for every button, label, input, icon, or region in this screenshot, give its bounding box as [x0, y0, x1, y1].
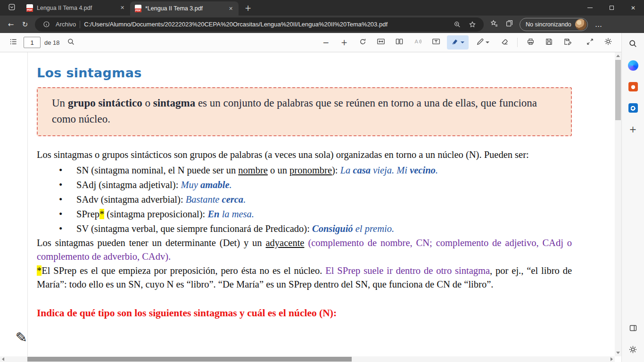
pdf-file-icon: PDF — [135, 5, 141, 12]
office-icon — [628, 82, 638, 91]
rotate-icon — [359, 38, 367, 48]
list-item-sprep: SPrep* (sintagma preposicional): En la m… — [37, 207, 572, 222]
page-view-button[interactable] — [392, 35, 407, 49]
url-field[interactable]: Archivo C:/Users/Alumno/Documents/202220… — [35, 17, 484, 32]
close-icon[interactable]: ✕ — [227, 5, 235, 13]
read-aloud-button[interactable]: A — [410, 35, 425, 49]
toc-button[interactable] — [6, 35, 21, 49]
new-tab-button[interactable]: + — [241, 1, 255, 15]
save-button[interactable] — [541, 35, 556, 49]
scroll-right-icon[interactable] — [611, 357, 613, 361]
window-controls: ✕ — [579, 0, 644, 16]
definition-box: Un grupo sintáctico o sintagma es un con… — [37, 87, 572, 136]
zoom-in-button[interactable]: + — [337, 35, 352, 49]
minimize-button[interactable] — [579, 0, 601, 16]
draw-pen-button[interactable] — [472, 35, 494, 49]
close-window-button[interactable]: ✕ — [622, 0, 644, 16]
intro-paragraph: Los sintagmas o grupos sintácticos son g… — [37, 148, 572, 162]
zoom-in-icon: + — [341, 38, 347, 47]
pdf-tools-group: − + — [318, 35, 575, 49]
svg-text:A: A — [415, 39, 419, 44]
save-as-button[interactable] — [560, 35, 575, 49]
sidebar-panel-button[interactable] — [625, 321, 641, 337]
eraser-icon — [501, 38, 509, 48]
fullscreen-button[interactable] — [582, 35, 597, 49]
sidebar-settings-button[interactable] — [625, 342, 641, 358]
highlighter-button[interactable] — [447, 35, 469, 49]
definition-box-text: Un grupo sintáctico o sintagma es un con… — [52, 95, 557, 127]
scheme-label: Archivo — [56, 21, 76, 28]
divider — [80, 21, 80, 28]
back-button[interactable]: ← — [4, 17, 18, 32]
sprep-note-paragraph: *El SPrep es el que empieza por preposic… — [37, 264, 572, 292]
maximize-icon — [610, 6, 614, 10]
search-icon — [628, 39, 637, 50]
collections-button[interactable] — [502, 17, 517, 32]
search-button[interactable] — [64, 35, 79, 49]
search-icon — [67, 38, 75, 48]
tab-actions-button[interactable] — [5, 2, 19, 14]
maximize-button[interactable] — [601, 0, 622, 16]
tab-title: Lengua II Tema 4.pdf — [37, 5, 115, 11]
pencil-icon: ✎ — [15, 329, 27, 346]
list-item-sn: SN (sintagma nominal, el N puede ser un … — [37, 163, 572, 178]
sidebar-add-button[interactable]: + — [625, 121, 641, 137]
refresh-button[interactable]: ↻ — [18, 17, 32, 32]
chevron-down-icon — [461, 41, 464, 43]
sync-status-badge[interactable]: No sincronizando — [520, 18, 588, 31]
horizontal-scrollbar[interactable] — [0, 356, 615, 362]
info-icon[interactable] — [41, 19, 52, 30]
vertical-scrollbar-thumb[interactable] — [615, 60, 621, 120]
page-count-label: de 18 — [44, 39, 60, 46]
pdf-toolbar: de 18 − + — [0, 33, 621, 52]
expand-icon — [586, 38, 594, 48]
text-field-icon — [432, 37, 440, 48]
more-options-button[interactable]: … — [591, 17, 607, 32]
vertical-scrollbar[interactable] — [615, 52, 621, 356]
address-bar: ← ↻ Archivo C:/Users/Alumno/Documents/20… — [0, 16, 644, 33]
plus-icon: + — [629, 124, 637, 134]
list-item-sadj: SAdj (sintagma adjetival): Muy amable. — [37, 178, 572, 192]
scroll-left-icon[interactable] — [2, 357, 4, 361]
tab-bar: PDF Lengua II Tema 4.pdf ✕ PDF *Lengua I… — [0, 0, 644, 16]
scroll-down-icon[interactable] — [616, 352, 620, 354]
sidebar-copilot-button[interactable] — [625, 58, 641, 74]
pdf-settings-button[interactable] — [601, 35, 616, 49]
eraser-button[interactable] — [497, 35, 512, 49]
minimize-icon — [587, 8, 593, 8]
avatar — [575, 19, 586, 30]
zoom-icon[interactable] — [452, 19, 463, 30]
pen-icon — [476, 38, 484, 48]
rotate-button[interactable] — [355, 35, 370, 49]
edge-sidebar: + — [621, 33, 644, 362]
favorite-star-icon[interactable] — [467, 19, 478, 30]
tab-lengua-tema-3-active[interactable]: PDF *Lengua II Tema 3.pdf ✕ — [130, 1, 239, 16]
determinante-paragraph: Los sintagmas pueden tener un determinan… — [37, 236, 572, 264]
sync-status-label: No sincronizando — [526, 21, 571, 28]
sidebar-office-button[interactable] — [625, 79, 641, 95]
print-icon — [527, 38, 535, 48]
document-column: Los sintagmas Un grupo sintáctico o sint… — [37, 52, 572, 330]
collections-icon — [505, 19, 513, 29]
tab-title: *Lengua II Tema 3.pdf — [145, 5, 223, 12]
settings-gear-icon — [628, 345, 637, 356]
close-icon[interactable]: ✕ — [118, 4, 126, 12]
pdf-content-area: Los sintagmas Un grupo sintáctico o sint… — [0, 52, 621, 362]
horizontal-scrollbar-thumb[interactable] — [27, 357, 352, 362]
favorites-hub-button[interactable] — [487, 17, 502, 32]
toc-icon — [9, 38, 17, 48]
page-number-input[interactable] — [24, 37, 41, 48]
zoom-out-button[interactable]: − — [318, 35, 333, 49]
text-field-button[interactable] — [429, 35, 444, 49]
copilot-icon — [628, 60, 638, 71]
tab-lengua-tema-4[interactable]: PDF Lengua II Tema 4.pdf ✕ — [22, 0, 130, 16]
page-edge — [27, 52, 28, 356]
scroll-up-icon[interactable] — [616, 55, 620, 57]
outlook-icon — [628, 103, 638, 113]
sidebar-search-button[interactable] — [625, 36, 641, 52]
print-button[interactable] — [523, 35, 538, 49]
sidebar-outlook-button[interactable] — [625, 100, 641, 116]
fit-to-width-button[interactable] — [373, 35, 388, 49]
save-as-icon — [563, 38, 571, 48]
settings-gear-icon — [604, 37, 612, 48]
